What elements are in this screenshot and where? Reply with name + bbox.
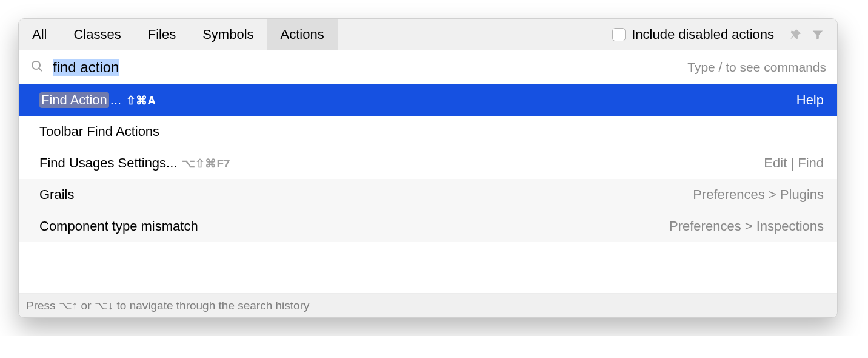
pin-icon[interactable]: [787, 26, 804, 43]
toolbar-icons: [783, 19, 837, 50]
search-everywhere-window: All Classes Files Symbols Actions Includ…: [18, 18, 838, 318]
search-input[interactable]: [53, 59, 687, 76]
results-list: Find Action... ⇧⌘A Help Toolbar Find Act…: [19, 84, 837, 242]
tab-actions[interactable]: Actions: [267, 19, 338, 50]
svg-line-1: [39, 68, 42, 71]
result-row[interactable]: Component type mismatch Preferences > In…: [19, 211, 837, 242]
result-shortcut: ⌥⇧⌘F7: [182, 157, 230, 171]
search-row: Type / to see commands: [19, 50, 837, 84]
result-shortcut: ⇧⌘A: [126, 93, 156, 107]
result-label: Component type mismatch: [39, 218, 198, 234]
search-icon: [30, 59, 44, 76]
results-blank-area: [19, 242, 837, 293]
result-label: Toolbar Find Actions: [39, 124, 159, 140]
result-suffix: ...: [110, 92, 121, 108]
svg-point-0: [32, 61, 40, 69]
result-label: Grails: [39, 187, 74, 203]
search-hint: Type / to see commands: [687, 60, 826, 75]
include-disabled-actions-toggle[interactable]: Include disabled actions: [612, 19, 783, 50]
result-path: Preferences > Inspections: [669, 218, 824, 234]
result-row[interactable]: Grails Preferences > Plugins: [19, 179, 837, 211]
result-row[interactable]: Toolbar Find Actions: [19, 116, 837, 147]
result-row[interactable]: Find Action... ⇧⌘A Help: [19, 84, 837, 116]
tab-symbols[interactable]: Symbols: [189, 19, 267, 50]
statusbar: Press ⌥↑ or ⌥↓ to navigate through the s…: [19, 293, 837, 317]
filter-icon[interactable]: [809, 26, 826, 43]
include-disabled-label: Include disabled actions: [632, 27, 774, 42]
checkbox-icon: [612, 28, 626, 41]
tabbar: All Classes Files Symbols Actions Includ…: [19, 19, 837, 50]
tab-files[interactable]: Files: [135, 19, 189, 50]
result-label: Find Usages Settings...: [39, 155, 177, 171]
result-path: Help: [796, 92, 824, 108]
result-row[interactable]: Find Usages Settings... ⌥⇧⌘F7 Edit | Fin…: [19, 147, 837, 179]
result-path: Preferences > Plugins: [693, 187, 824, 203]
tab-classes[interactable]: Classes: [60, 19, 134, 50]
tab-all[interactable]: All: [19, 19, 60, 50]
result-path: Edit | Find: [764, 155, 824, 171]
result-highlight: Find Action: [39, 92, 109, 108]
